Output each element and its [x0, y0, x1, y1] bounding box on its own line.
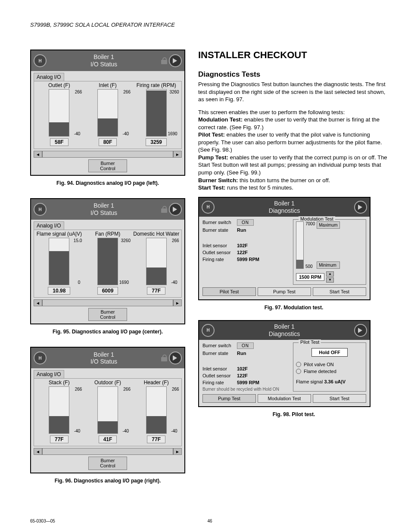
gauge-bar: 15.0 0 — [49, 238, 69, 285]
modulation-test-panel-title: Modulation Test — [299, 216, 335, 221]
honeywell-icon[interactable]: H — [202, 324, 215, 337]
footer-page-number: 46 — [207, 519, 212, 523]
recycle-note: Burner should be recycled with Hold ON — [202, 387, 290, 392]
gauge-label: Domestic Hot Water — [132, 231, 181, 237]
rpm-value: 1500 RPM — [296, 273, 324, 281]
scroll-right-icon[interactable]: ► — [173, 299, 182, 306]
back-icon[interactable] — [354, 324, 367, 337]
fig95-screenshot: H Boiler 1 I/O Status Analog I/O Flame s… — [30, 198, 185, 324]
paragraph-2: This screen enables the user to perform … — [198, 109, 389, 192]
gauge-value: 77F — [50, 436, 68, 443]
gauge-value: 6009 — [97, 287, 118, 295]
honeywell-icon[interactable]: H — [34, 54, 47, 67]
rpm-down-icon[interactable]: ▼ — [326, 277, 334, 283]
burner-control-button[interactable]: Burner Control — [88, 159, 127, 172]
gauge-bar: 266 -40 — [97, 386, 118, 434]
analog-io-tab[interactable]: Analog I/O — [34, 370, 64, 378]
back-icon[interactable] — [169, 54, 182, 67]
modulation-test-button[interactable]: Modulation Test — [258, 394, 311, 403]
scroll-track[interactable] — [42, 151, 173, 158]
analog-io-tab[interactable]: Analog I/O — [34, 221, 64, 230]
gauge-value: 77F — [147, 436, 165, 443]
gauge-label: Inlet (F) — [84, 82, 132, 88]
scroll-left-icon[interactable]: ◄ — [34, 299, 42, 306]
gauge-label: Firing rate (RPM) — [132, 82, 181, 88]
gauge-bar: 266 -40 — [146, 386, 167, 434]
modulation-gauge — [296, 221, 304, 269]
fig98-screenshot: H Boiler 1 Diagnostics Burner switch ON … — [198, 320, 371, 407]
scroll-left-icon[interactable]: ◄ — [34, 448, 42, 455]
gauge-label: Header (F) — [132, 380, 181, 386]
fig97-screenshot: H Boiler 1 Diagnostics Burner switch ON … — [198, 197, 371, 300]
hold-off-button[interactable]: Hold OFF — [311, 348, 348, 357]
page-header: S7999B, S7999C SOLA LOCAL OPERATOR INTER… — [30, 22, 389, 28]
fig98-caption: Fig. 98. Pilot test. — [198, 411, 389, 417]
gauge-value: 58F — [50, 138, 68, 146]
back-icon[interactable] — [169, 203, 182, 216]
fig94-caption: Fig. 94. Diagnostics analog I/O page (le… — [30, 180, 185, 186]
scroll-right-icon[interactable]: ► — [173, 151, 182, 158]
gauge-value: 80F — [99, 138, 117, 146]
gauge-label: Outdoor (F) — [84, 380, 132, 386]
gauge-bar: 266 -40 — [49, 386, 69, 434]
gauge-bar: 266 -40 — [146, 238, 167, 285]
start-test-button[interactable]: Start Test — [313, 394, 366, 403]
gauge-value: 77F — [147, 287, 165, 295]
pump-test-button[interactable]: Pump Test — [258, 287, 311, 296]
back-icon[interactable] — [354, 201, 367, 214]
scroll-right-icon[interactable]: ► — [173, 448, 182, 455]
fig95-caption: Fig. 95. Diagnostics analog I/O page (ce… — [30, 329, 185, 335]
gauge-value: 41F — [99, 436, 117, 443]
lock-icon — [161, 57, 167, 64]
paragraph-1: Pressing the Diagnostics Test button lau… — [198, 81, 389, 103]
burner-control-button[interactable]: Burner Control — [88, 308, 127, 321]
honeywell-icon[interactable]: H — [34, 203, 47, 216]
footer-left: 65-0303—05 — [30, 519, 55, 523]
scroll-track[interactable] — [42, 448, 173, 455]
gauge-bar: 3260 1690 — [146, 89, 167, 137]
fig94-title-l2: I/O Status — [47, 61, 161, 68]
gauge-bar: 266 -40 — [97, 89, 118, 137]
pump-test-button[interactable]: Pump Test — [202, 394, 256, 403]
burner-control-button[interactable]: Burner Control — [88, 457, 127, 470]
back-icon[interactable] — [169, 352, 182, 364]
gauge-value: 3259 — [146, 138, 167, 146]
fig94-screenshot: H Boiler 1 I/O Status Analog I/O Outlet … — [30, 50, 185, 176]
fig97-caption: Fig. 97. Modulation test. — [198, 305, 389, 311]
gauge-bar: 3260 1690 — [97, 238, 118, 285]
gauge-value: 10.98 — [48, 287, 70, 295]
subsection-heading: Diagnostics Tests — [198, 70, 389, 79]
radio-icon[interactable] — [296, 369, 301, 374]
fig96-caption: Fig. 96. Diagnostics analog I/O page (ri… — [30, 478, 185, 484]
gauge-label: Flame signal (uA|V) — [35, 231, 84, 237]
gauge-label: Stack (F) — [35, 380, 84, 386]
honeywell-icon[interactable]: H — [202, 201, 215, 214]
section-heading: INSTALLER CHECKOUT — [198, 50, 389, 61]
pilot-test-panel-title: Pilot Test — [299, 339, 321, 345]
analog-io-tab[interactable]: Analog I/O — [34, 73, 64, 81]
minimum-button[interactable]: Minimum — [317, 261, 339, 269]
scroll-track[interactable] — [42, 299, 173, 306]
lock-icon — [161, 206, 167, 213]
gauge-label: Outlet (F) — [35, 82, 84, 88]
radio-icon[interactable] — [296, 362, 301, 367]
start-test-button[interactable]: Start Test — [313, 287, 366, 296]
honeywell-icon[interactable]: H — [34, 352, 47, 364]
fig94-title-l1: Boiler 1 — [47, 53, 161, 61]
scroll-left-icon[interactable]: ◄ — [34, 151, 42, 158]
burner-switch-button[interactable]: ON — [237, 219, 254, 226]
gauge-label: Fan (RPM) — [84, 231, 132, 237]
burner-switch-button[interactable]: ON — [237, 342, 254, 349]
gauge-bar: 266 -40 — [49, 89, 69, 137]
maximum-button[interactable]: Maximum — [317, 221, 339, 229]
fig96-screenshot: H Boiler 1 I/O Status Analog I/O Stack (… — [30, 347, 185, 473]
rpm-up-icon[interactable]: ▲ — [326, 271, 334, 277]
lock-icon — [161, 355, 167, 361]
pilot-test-button[interactable]: Pilot Test — [202, 287, 256, 296]
